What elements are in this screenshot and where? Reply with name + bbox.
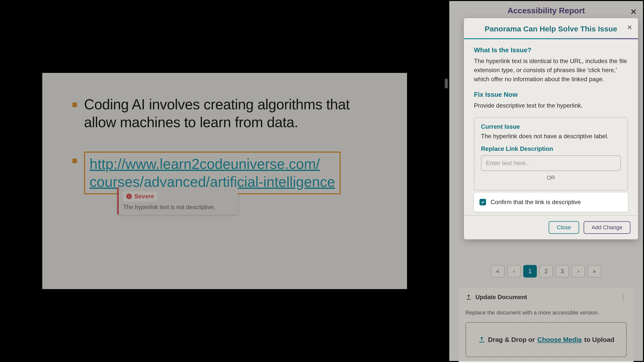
confirm-checkbox[interactable] (479, 199, 486, 205)
check-icon (481, 200, 485, 204)
pager-last[interactable]: » (588, 265, 601, 278)
pager-page-3[interactable]: 3 (555, 265, 569, 278)
app-root: Coding AI involves creating algorithms t… (0, 0, 644, 362)
or-divider: OR (481, 171, 621, 184)
modal-body: What Is the Issue? The hyperlink text is… (464, 39, 638, 215)
what-issue-heading: What Is the Issue? (474, 46, 628, 54)
modal-close-button[interactable]: ✕ (627, 24, 632, 31)
severity-badge: ! Severe (123, 191, 157, 201)
confirm-label: Confirm that the link is descriptive (491, 199, 581, 206)
dropzone-text-2: to Upload (584, 336, 614, 344)
more-menu-icon[interactable]: ⋮ (620, 293, 627, 301)
dropzone-text-1: Drag & Drop or (488, 336, 535, 344)
choose-media-link[interactable]: Choose Media (537, 336, 582, 344)
current-issue-box: Current Issue The hyperlink does not hav… (474, 117, 628, 191)
fix-now-heading: Fix Issue Now (474, 91, 628, 99)
replace-label: Replace Link Description (481, 145, 621, 152)
update-title: Update Document (475, 294, 527, 301)
modal-header: Panorama Can Help Solve This Issue ✕ (464, 18, 638, 38)
bullet-icon (72, 159, 77, 163)
update-document-card: Update Document ⋮ Replace the document w… (458, 288, 634, 362)
bullet-icon (72, 103, 77, 107)
document-stage: Coding AI involves creating algorithms t… (0, 0, 449, 362)
close-button[interactable]: Close (549, 221, 579, 234)
update-desc: Replace the document with a more accessi… (465, 309, 627, 316)
severity-label: Severe (134, 193, 154, 200)
modal-title: Panorama Can Help Solve This Issue (485, 25, 617, 33)
accessibility-panel: Accessibility Report ✕ « ‹ 1 2 3 › » Upd… (449, 0, 644, 362)
update-head: Update Document ⋮ (465, 293, 627, 301)
slide-text-1: Coding AI involves creating algorithms t… (84, 96, 377, 131)
pager-page-1[interactable]: 1 (523, 265, 537, 278)
issue-tooltip: ! Severe The hyperlink text is not descr… (117, 187, 238, 215)
modal-footer: Close Add Change (464, 215, 638, 239)
fix-issue-modal: Panorama Can Help Solve This Issue ✕ Wha… (464, 18, 638, 239)
upload-dropzone[interactable]: Drag & Drop or Choose Media to Upload (465, 322, 627, 357)
upload-icon (465, 294, 472, 300)
confirm-descriptive-row[interactable]: Confirm that the link is descriptive (474, 193, 628, 212)
pager-next[interactable]: › (572, 265, 585, 278)
fix-now-body: Provide descriptive text for the hyperli… (474, 101, 628, 110)
alert-icon: ! (126, 194, 132, 199)
pager-prev[interactable]: ‹ (507, 265, 521, 278)
link-description-input[interactable] (481, 155, 621, 171)
scrollbar-thumb[interactable] (445, 78, 448, 88)
update-title-row: Update Document (465, 294, 527, 301)
issue-pager: « ‹ 1 2 3 › » (449, 265, 643, 278)
hyperlink-line-1[interactable]: http://www.learn2codeuniverse.com/ (90, 155, 335, 173)
bullet-row-1: Coding AI involves creating algorithms t… (72, 96, 377, 131)
panel-title: Accessibility Report (449, 6, 643, 15)
tooltip-text: The hyperlink text is not descriptive. (123, 204, 233, 211)
slide: Coding AI involves creating algorithms t… (42, 73, 407, 289)
panel-header: Accessibility Report (449, 1, 643, 18)
pager-first[interactable]: « (491, 265, 505, 278)
current-issue-body: The hyperlink does not have a descriptiv… (481, 133, 621, 140)
panel-close-button[interactable]: ✕ (630, 7, 637, 17)
current-issue-heading: Current Issue (481, 123, 621, 130)
what-issue-body: The hyperlink text is identical to the U… (474, 57, 628, 84)
upload-icon (478, 336, 486, 343)
add-change-button[interactable]: Add Change (584, 221, 630, 234)
pager-page-2[interactable]: 2 (539, 265, 553, 278)
